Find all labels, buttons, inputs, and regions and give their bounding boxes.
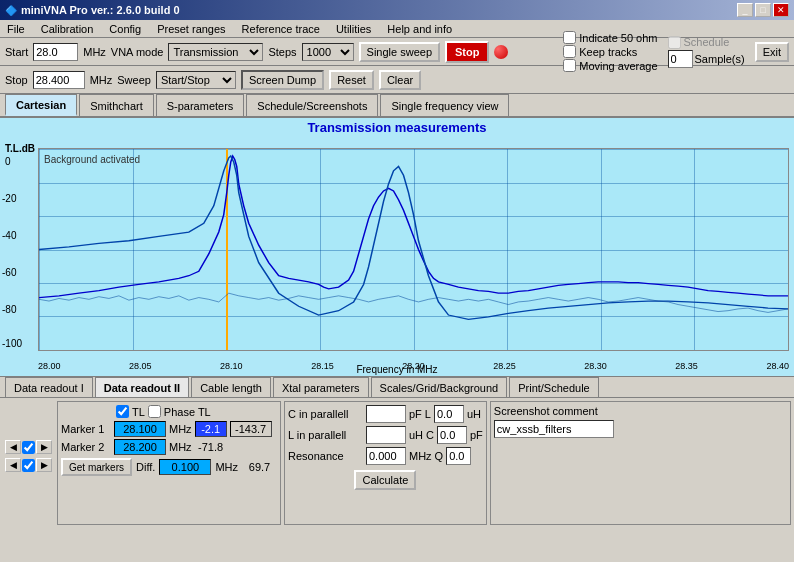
marker2-left-btn[interactable]: ◀ <box>5 458 21 472</box>
tab-cable-length[interactable]: Cable length <box>191 377 271 397</box>
l-unit: uH <box>467 408 481 420</box>
marker1-mhz: MHz <box>169 423 192 435</box>
vna-mode-select[interactable]: Transmission <box>168 43 263 61</box>
minimize-button[interactable]: _ <box>737 3 753 17</box>
marker2-freq: 28.200 <box>114 439 166 455</box>
tl-checkbox[interactable] <box>116 405 129 418</box>
steps-select[interactable]: 1000 <box>302 43 354 61</box>
steps-label: Steps <box>268 46 296 58</box>
diff-label: Diff. <box>136 461 155 473</box>
menu-help[interactable]: Help and info <box>384 23 455 35</box>
diff-mhz: MHz <box>215 461 238 473</box>
c-parallel-input[interactable] <box>366 405 406 423</box>
samples-label: Sample(s) <box>695 53 745 65</box>
c-parallel-pf: pF <box>409 408 422 420</box>
c-unit: pF <box>470 429 483 441</box>
marker1-enable-check[interactable] <box>22 441 35 454</box>
menu-preset-ranges[interactable]: Preset ranges <box>154 23 228 35</box>
l-parallel-label: L in parallell <box>288 429 363 441</box>
stop-button[interactable]: Stop <box>445 41 489 63</box>
diff-row: Get markers Diff. 0.100 MHz 69.7 <box>61 458 277 476</box>
tab-xtal-parameters[interactable]: Xtal parameters <box>273 377 369 397</box>
reset-button[interactable]: Reset <box>329 70 374 90</box>
tab-smithchart[interactable]: Smithchart <box>79 94 154 116</box>
sweep-mode-select[interactable]: Start/Stop <box>156 71 236 89</box>
c-input[interactable] <box>437 426 467 444</box>
l-input[interactable] <box>434 405 464 423</box>
tab-s-parameters[interactable]: S-parameters <box>156 94 245 116</box>
keep-tracks-label: Keep tracks <box>579 46 637 58</box>
moving-average-checkbox[interactable] <box>563 59 576 72</box>
schedule-checkbox[interactable] <box>668 36 681 49</box>
menu-utilities[interactable]: Utilities <box>333 23 374 35</box>
start-label: Start <box>5 46 28 58</box>
marker2-label: Marker 2 <box>61 441 111 453</box>
calculate-button[interactable]: Calculate <box>354 470 416 490</box>
chart-svg <box>39 149 788 350</box>
cable-xtal-section: C in parallell pF L uH L in parallell uH… <box>284 401 487 525</box>
chart-tabs: Cartesian Smithchart S-parameters Schedu… <box>0 94 794 118</box>
marker2-enable-check[interactable] <box>22 459 35 472</box>
c-parallel-row: C in parallell pF L uH <box>288 405 483 423</box>
recording-indicator <box>494 45 508 59</box>
marker1-left-btn[interactable]: ◀ <box>5 440 21 454</box>
samples-input[interactable] <box>668 50 693 68</box>
mhz1-label: MHz <box>83 46 106 58</box>
exit-button[interactable]: Exit <box>755 42 789 62</box>
close-button[interactable]: ✕ <box>773 3 789 17</box>
stop-input[interactable] <box>33 71 85 89</box>
q-input[interactable] <box>446 447 471 465</box>
keep-tracks-row: Keep tracks <box>563 45 657 58</box>
app-icon: 🔷 <box>5 5 17 16</box>
tab-data-readout-1[interactable]: Data readout I <box>5 377 93 397</box>
y-value-20: -20 <box>2 193 16 204</box>
tab-data-readout-2[interactable]: Data readout II <box>95 377 189 397</box>
marker1-right-btn[interactable]: ▶ <box>36 440 52 454</box>
c-parallel-label: C in parallell <box>288 408 363 420</box>
indicate-50ohm-row: Indicate 50 ohm <box>563 31 657 44</box>
clear-button[interactable]: Clear <box>379 70 421 90</box>
tab-schedule-screenshots[interactable]: Schedule/Screenshots <box>246 94 378 116</box>
moving-average-label: Moving average <box>579 60 657 72</box>
q-label: Q <box>435 450 444 462</box>
l-parallel-uh: uH <box>409 429 423 441</box>
chart-canvas: Background activated <box>38 148 789 351</box>
single-sweep-button[interactable]: Single sweep <box>359 42 440 62</box>
l-label: L <box>425 408 431 420</box>
resonance-input[interactable] <box>366 447 406 465</box>
schedule-label: Schedule <box>684 36 730 48</box>
screenshot-comment-label: Screenshot comment <box>494 405 598 417</box>
tab-scales-grid[interactable]: Scales/Grid/Background <box>371 377 508 397</box>
window-controls[interactable]: _ □ ✕ <box>737 3 789 17</box>
indicate-50ohm-checkbox[interactable] <box>563 31 576 44</box>
tab-single-frequency[interactable]: Single frequency view <box>380 94 509 116</box>
tab-print-schedule[interactable]: Print/Schedule <box>509 377 599 397</box>
screen-dump-button[interactable]: Screen Dump <box>241 70 324 90</box>
marker1-phase: -143.7 <box>230 421 272 437</box>
title-bar: 🔷 miniVNA Pro ver.: 2.6.0 build 0 _ □ ✕ <box>0 0 794 20</box>
marker-arrows-section: ◀ ▶ ◀ ▶ <box>3 401 54 525</box>
menu-file[interactable]: File <box>4 23 28 35</box>
moving-average-row: Moving average <box>563 59 657 72</box>
menu-calibration[interactable]: Calibration <box>38 23 97 35</box>
menu-reference-trace[interactable]: Reference trace <box>239 23 323 35</box>
screenshot-comment-input[interactable] <box>494 420 614 438</box>
y-value-80: -80 <box>2 304 16 315</box>
keep-tracks-checkbox[interactable] <box>563 45 576 58</box>
start-input[interactable] <box>33 43 78 61</box>
tab-cartesian[interactable]: Cartesian <box>5 94 77 116</box>
phase-tl-label: Phase TL <box>164 406 211 418</box>
marker2-mhz: MHz <box>169 441 192 453</box>
tl-label: TL <box>132 406 145 418</box>
phase-tl-checkbox[interactable] <box>148 405 161 418</box>
vna-mode-label: VNA mode <box>111 46 164 58</box>
menu-config[interactable]: Config <box>106 23 144 35</box>
marker2-right-btn[interactable]: ▶ <box>36 458 52 472</box>
get-markers-button[interactable]: Get markers <box>61 458 132 476</box>
maximize-button[interactable]: □ <box>755 3 771 17</box>
calculate-container: Calculate <box>288 470 483 490</box>
bottom-tabs: Data readout I Data readout II Cable len… <box>0 376 794 398</box>
l-parallel-input[interactable] <box>366 426 406 444</box>
screenshot-section: Screenshot comment <box>490 401 791 525</box>
y-value-100: -100 <box>2 338 22 349</box>
